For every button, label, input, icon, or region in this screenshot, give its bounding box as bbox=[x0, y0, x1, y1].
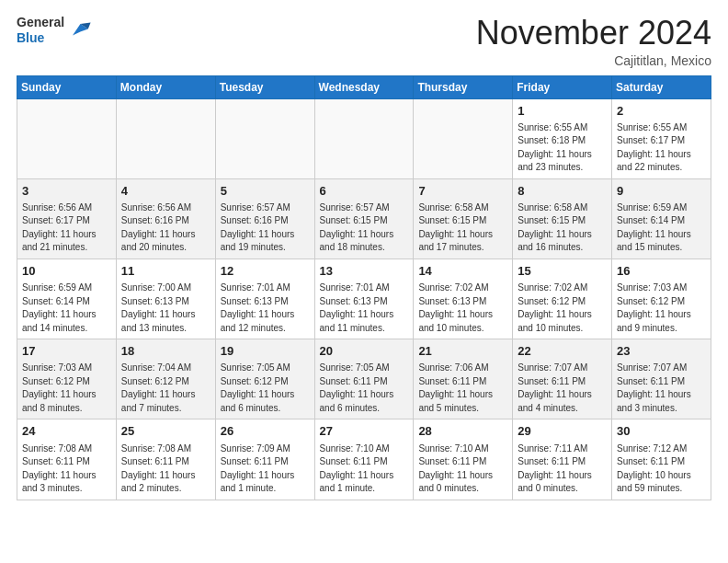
day-info: Sunrise: 7:05 AMSunset: 6:11 PMDaylight:… bbox=[320, 362, 409, 415]
calendar-cell: 16Sunrise: 7:03 AMSunset: 6:12 PMDayligh… bbox=[612, 259, 711, 339]
location: Cajititlan, Mexico bbox=[476, 53, 711, 68]
day-info: Sunrise: 7:03 AMSunset: 6:12 PMDaylight:… bbox=[617, 282, 706, 335]
col-friday: Friday bbox=[513, 75, 612, 98]
day-info: Sunrise: 7:07 AMSunset: 6:11 PMDaylight:… bbox=[518, 362, 607, 415]
calendar-cell: 28Sunrise: 7:10 AMSunset: 6:11 PMDayligh… bbox=[414, 419, 513, 500]
day-number: 8 bbox=[518, 183, 607, 200]
day-number: 6 bbox=[320, 183, 409, 200]
calendar-week-1: 3Sunrise: 6:56 AMSunset: 6:17 PMDaylight… bbox=[17, 178, 711, 259]
calendar-table: Sunday Monday Tuesday Wednesday Thursday… bbox=[17, 75, 711, 500]
calendar-cell: 18Sunrise: 7:04 AMSunset: 6:12 PMDayligh… bbox=[116, 339, 215, 419]
day-number: 5 bbox=[221, 183, 310, 200]
day-info: Sunrise: 6:57 AMSunset: 6:16 PMDaylight:… bbox=[221, 201, 310, 255]
day-number: 18 bbox=[121, 343, 210, 360]
logo-general: General bbox=[17, 15, 64, 30]
col-thursday: Thursday bbox=[414, 75, 513, 98]
day-number: 7 bbox=[418, 183, 507, 200]
calendar-cell: 6Sunrise: 6:57 AMSunset: 6:15 PMDaylight… bbox=[314, 178, 414, 259]
calendar-week-0: 1Sunrise: 6:55 AMSunset: 6:18 PMDaylight… bbox=[17, 98, 711, 178]
day-number: 9 bbox=[617, 183, 706, 200]
calendar-cell: 4Sunrise: 6:56 AMSunset: 6:16 PMDaylight… bbox=[116, 178, 215, 259]
day-info: Sunrise: 6:59 AMSunset: 6:14 PMDaylight:… bbox=[22, 282, 111, 335]
day-number: 23 bbox=[617, 343, 706, 360]
day-number: 10 bbox=[22, 263, 111, 280]
day-info: Sunrise: 6:58 AMSunset: 6:15 PMDaylight:… bbox=[518, 201, 607, 255]
day-number: 30 bbox=[617, 423, 706, 440]
day-info: Sunrise: 6:56 AMSunset: 6:17 PMDaylight:… bbox=[22, 201, 111, 255]
calendar-cell bbox=[215, 98, 314, 178]
day-info: Sunrise: 6:58 AMSunset: 6:15 PMDaylight:… bbox=[418, 201, 507, 255]
calendar-cell: 25Sunrise: 7:08 AMSunset: 6:11 PMDayligh… bbox=[116, 419, 215, 500]
day-info: Sunrise: 6:57 AMSunset: 6:15 PMDaylight:… bbox=[320, 201, 409, 255]
day-number: 19 bbox=[221, 343, 310, 360]
day-number: 17 bbox=[22, 343, 111, 360]
calendar-cell: 11Sunrise: 7:00 AMSunset: 6:13 PMDayligh… bbox=[116, 259, 215, 339]
day-info: Sunrise: 7:09 AMSunset: 6:11 PMDaylight:… bbox=[221, 442, 310, 496]
calendar-cell: 9Sunrise: 6:59 AMSunset: 6:14 PMDaylight… bbox=[612, 178, 711, 259]
month-title: November 2024 bbox=[476, 15, 711, 52]
calendar-cell: 14Sunrise: 7:02 AMSunset: 6:13 PMDayligh… bbox=[414, 259, 513, 339]
day-info: Sunrise: 7:07 AMSunset: 6:11 PMDaylight:… bbox=[617, 362, 706, 415]
calendar-cell: 30Sunrise: 7:12 AMSunset: 6:11 PMDayligh… bbox=[612, 419, 711, 500]
title-block: November 2024 Cajititlan, Mexico bbox=[476, 15, 711, 68]
calendar-cell: 17Sunrise: 7:03 AMSunset: 6:12 PMDayligh… bbox=[17, 339, 117, 419]
calendar-week-2: 10Sunrise: 6:59 AMSunset: 6:14 PMDayligh… bbox=[17, 259, 711, 339]
header: General Blue November 2024 Cajititlan, M… bbox=[17, 15, 711, 68]
calendar-cell: 3Sunrise: 6:56 AMSunset: 6:17 PMDaylight… bbox=[17, 178, 117, 259]
col-tuesday: Tuesday bbox=[215, 75, 314, 98]
day-info: Sunrise: 7:02 AMSunset: 6:12 PMDaylight:… bbox=[518, 282, 607, 335]
calendar-cell: 26Sunrise: 7:09 AMSunset: 6:11 PMDayligh… bbox=[215, 419, 314, 500]
calendar-cell: 23Sunrise: 7:07 AMSunset: 6:11 PMDayligh… bbox=[612, 339, 711, 419]
calendar-week-4: 24Sunrise: 7:08 AMSunset: 6:11 PMDayligh… bbox=[17, 419, 711, 500]
calendar-cell: 19Sunrise: 7:05 AMSunset: 6:12 PMDayligh… bbox=[215, 339, 314, 419]
day-number: 24 bbox=[22, 423, 111, 440]
calendar-cell: 22Sunrise: 7:07 AMSunset: 6:11 PMDayligh… bbox=[513, 339, 612, 419]
day-info: Sunrise: 7:08 AMSunset: 6:11 PMDaylight:… bbox=[121, 442, 210, 496]
calendar-cell: 21Sunrise: 7:06 AMSunset: 6:11 PMDayligh… bbox=[414, 339, 513, 419]
day-number: 12 bbox=[221, 263, 310, 280]
day-info: Sunrise: 7:06 AMSunset: 6:11 PMDaylight:… bbox=[418, 362, 507, 415]
day-number: 14 bbox=[418, 263, 507, 280]
day-info: Sunrise: 7:00 AMSunset: 6:13 PMDaylight:… bbox=[121, 282, 210, 335]
calendar-cell bbox=[314, 98, 414, 178]
day-number: 22 bbox=[518, 343, 607, 360]
calendar-cell: 13Sunrise: 7:01 AMSunset: 6:13 PMDayligh… bbox=[314, 259, 414, 339]
day-info: Sunrise: 7:11 AMSunset: 6:11 PMDaylight:… bbox=[518, 442, 607, 496]
day-info: Sunrise: 6:59 AMSunset: 6:14 PMDaylight:… bbox=[617, 201, 706, 255]
day-number: 28 bbox=[418, 423, 507, 440]
calendar-cell bbox=[116, 98, 215, 178]
day-number: 25 bbox=[121, 423, 210, 440]
day-info: Sunrise: 7:01 AMSunset: 6:13 PMDaylight:… bbox=[221, 282, 310, 335]
col-monday: Monday bbox=[116, 75, 215, 98]
day-number: 3 bbox=[22, 183, 111, 200]
day-info: Sunrise: 6:56 AMSunset: 6:16 PMDaylight:… bbox=[121, 201, 210, 255]
day-info: Sunrise: 6:55 AMSunset: 6:18 PMDaylight:… bbox=[518, 121, 607, 175]
day-number: 15 bbox=[518, 263, 607, 280]
calendar-body: 1Sunrise: 6:55 AMSunset: 6:18 PMDaylight… bbox=[17, 98, 711, 500]
logo-bird-icon bbox=[66, 17, 92, 43]
calendar-cell bbox=[414, 98, 513, 178]
day-number: 27 bbox=[320, 423, 409, 440]
day-info: Sunrise: 7:10 AMSunset: 6:11 PMDaylight:… bbox=[320, 442, 409, 496]
day-info: Sunrise: 7:10 AMSunset: 6:11 PMDaylight:… bbox=[418, 442, 507, 496]
day-number: 1 bbox=[518, 103, 607, 120]
logo: General Blue bbox=[17, 15, 92, 46]
calendar-cell: 5Sunrise: 6:57 AMSunset: 6:16 PMDaylight… bbox=[215, 178, 314, 259]
calendar-cell: 20Sunrise: 7:05 AMSunset: 6:11 PMDayligh… bbox=[314, 339, 414, 419]
calendar-cell bbox=[17, 98, 117, 178]
col-saturday: Saturday bbox=[612, 75, 711, 98]
calendar-cell: 1Sunrise: 6:55 AMSunset: 6:18 PMDaylight… bbox=[513, 98, 612, 178]
day-number: 2 bbox=[617, 103, 706, 120]
calendar-cell: 2Sunrise: 6:55 AMSunset: 6:17 PMDaylight… bbox=[612, 98, 711, 178]
day-number: 13 bbox=[320, 263, 409, 280]
day-info: Sunrise: 7:12 AMSunset: 6:11 PMDaylight:… bbox=[617, 442, 706, 496]
day-info: Sunrise: 7:04 AMSunset: 6:12 PMDaylight:… bbox=[121, 362, 210, 415]
day-info: Sunrise: 7:01 AMSunset: 6:13 PMDaylight:… bbox=[320, 282, 409, 335]
day-info: Sunrise: 7:02 AMSunset: 6:13 PMDaylight:… bbox=[418, 282, 507, 335]
calendar-cell: 15Sunrise: 7:02 AMSunset: 6:12 PMDayligh… bbox=[513, 259, 612, 339]
calendar-cell: 12Sunrise: 7:01 AMSunset: 6:13 PMDayligh… bbox=[215, 259, 314, 339]
calendar-week-3: 17Sunrise: 7:03 AMSunset: 6:12 PMDayligh… bbox=[17, 339, 711, 419]
logo-blue: Blue bbox=[17, 30, 64, 46]
col-wednesday: Wednesday bbox=[314, 75, 414, 98]
day-number: 20 bbox=[320, 343, 409, 360]
